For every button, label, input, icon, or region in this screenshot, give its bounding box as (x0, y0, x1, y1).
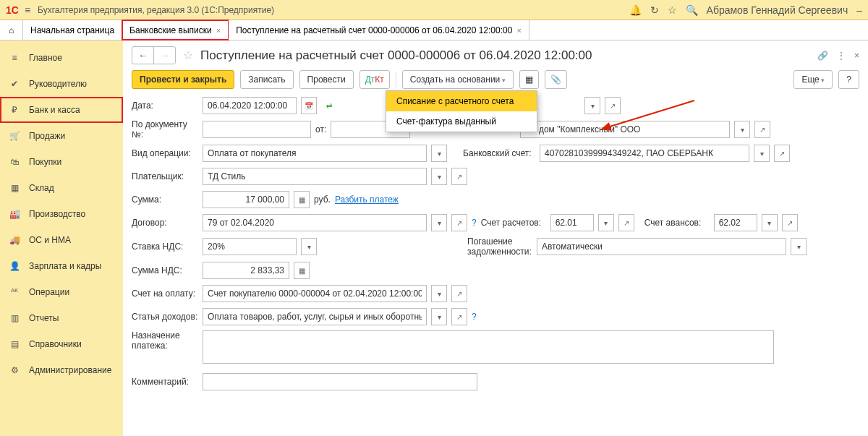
sidebar-item-reports[interactable]: ▥Отчеты (0, 305, 123, 331)
dropdown-icon[interactable]: ▾ (734, 121, 750, 138)
docno-field[interactable] (203, 121, 311, 138)
open-icon[interactable]: ↗ (451, 168, 467, 185)
dtkt-button[interactable]: ДтКт (359, 70, 390, 89)
favorite-icon[interactable]: ☆ (183, 48, 193, 62)
post-close-button[interactable]: Провести и закрыть (132, 70, 234, 89)
op-field[interactable] (203, 145, 427, 162)
menu-icon[interactable]: ≡ (25, 4, 30, 16)
help-button[interactable]: ? (838, 70, 859, 89)
vatrate-field[interactable] (203, 238, 297, 255)
exchange-icon[interactable]: ⇄ (321, 97, 337, 114)
open-icon[interactable]: ↗ (774, 145, 790, 162)
dropdown-icon[interactable]: ▾ (791, 238, 807, 255)
dropdown-icon[interactable]: ▾ (301, 238, 317, 255)
payer-field[interactable] (203, 168, 427, 185)
dropdown-icon[interactable]: ▾ (754, 145, 770, 162)
help-icon[interactable]: ? (472, 218, 477, 228)
search-icon[interactable]: 🔍 (686, 4, 698, 16)
income-field[interactable] (203, 308, 427, 325)
help-icon[interactable]: ? (472, 312, 477, 322)
attach-icon[interactable]: 📎 (545, 70, 567, 89)
link-icon[interactable]: 🔗 (817, 51, 828, 61)
sum-field[interactable] (203, 191, 289, 208)
sidebar-item-manager[interactable]: ✔Руководителю (0, 71, 123, 97)
person-icon: 👤 (9, 261, 20, 271)
bell-icon[interactable]: 🔔 (629, 4, 642, 16)
forward-button[interactable]: → (154, 47, 175, 64)
dd-item-writeoff[interactable]: Списание с расчетного счета (386, 91, 537, 111)
create-based-button[interactable]: Создать на основании (402, 70, 514, 89)
star-icon[interactable]: ☆ (668, 4, 677, 16)
tab-home[interactable]: Начальная страница (23, 20, 122, 40)
dropdown-icon[interactable]: ▾ (431, 214, 447, 231)
close-icon[interactable]: × (516, 26, 521, 35)
tab-receipt[interactable]: Поступление на расчетный счет 0000-00000… (229, 20, 529, 40)
kebab-icon[interactable]: ⋮ (837, 51, 846, 61)
dropdown-icon[interactable]: ▾ (598, 214, 614, 231)
tab-home-label: Начальная страница (30, 25, 114, 35)
dropdown-icon[interactable]: ▾ (584, 97, 600, 114)
calendar-icon[interactable]: 📅 (301, 97, 317, 114)
gear-icon: ⚙ (9, 365, 20, 375)
home-icon[interactable]: ⌂ (0, 20, 23, 40)
bank-field[interactable] (540, 145, 749, 162)
sidebar-item-bank[interactable]: ₽Банк и касса (0, 97, 123, 123)
label-adv: Счет авансов: (644, 218, 710, 228)
close-icon[interactable]: × (854, 51, 859, 61)
dropdown-icon[interactable]: ▾ (431, 168, 447, 185)
dropdown-icon[interactable]: ▾ (762, 214, 778, 231)
dd-item-invoice-out[interactable]: Счет-фактура выданный (386, 111, 537, 132)
sidebar-item-refs[interactable]: ▤Справочники (0, 331, 123, 357)
label-date: Дата: (132, 101, 198, 111)
open-icon[interactable]: ↗ (451, 285, 467, 302)
contract-field[interactable] (203, 214, 427, 231)
open-icon[interactable]: ↗ (451, 308, 467, 325)
book-icon: ▤ (9, 339, 20, 349)
history-icon[interactable]: ↻ (650, 4, 659, 16)
tab-bank-statements[interactable]: Банковские выписки × (122, 20, 229, 40)
acct-field[interactable] (550, 214, 594, 231)
open-icon[interactable]: ↗ (754, 121, 770, 138)
sidebar-item-hr[interactable]: 👤Зарплата и кадры (0, 253, 123, 279)
main-area: ← → ☆ Поступление на расчетный счет 0000… (123, 40, 868, 436)
sidebar-item-sales[interactable]: 🛒Продажи (0, 123, 123, 149)
tab-bank-label: Банковские выписки (129, 25, 212, 35)
sidebar-item-operations[interactable]: ᴬᴷОперации (0, 279, 123, 305)
adv-field[interactable] (714, 214, 757, 231)
open-icon[interactable]: ↗ (618, 214, 634, 231)
dropdown-icon[interactable]: ▾ (431, 285, 447, 302)
post-button[interactable]: Провести (299, 70, 354, 89)
sidebar-item-admin[interactable]: ⚙Администрирование (0, 357, 123, 383)
truck-icon: 🚚 (9, 235, 20, 245)
invoice-field[interactable] (203, 285, 427, 302)
purpose-field[interactable] (203, 330, 774, 364)
user-name[interactable]: Абрамов Геннадий Сергеевич (707, 4, 848, 16)
back-button[interactable]: ← (132, 47, 154, 64)
open-icon[interactable]: ↗ (451, 214, 467, 231)
minimize-icon[interactable]: – (856, 4, 862, 16)
open-icon[interactable]: ↗ (782, 214, 798, 231)
sidebar-item-main[interactable]: ≡Главное (0, 45, 123, 71)
dropdown-icon[interactable]: ▾ (431, 308, 447, 325)
vatsum-field[interactable] (203, 262, 289, 279)
sidebar-item-purchases[interactable]: 🛍Покупки (0, 149, 123, 175)
save-button[interactable]: Записать (240, 70, 293, 89)
close-icon[interactable]: × (216, 26, 221, 35)
sidebar-item-production[interactable]: 🏭Производство (0, 201, 123, 227)
debt-field[interactable] (537, 238, 786, 255)
structure-icon[interactable]: ▦ (519, 70, 539, 89)
label-from: от: (315, 124, 326, 134)
comment-field[interactable] (203, 373, 477, 390)
sidebar-item-assets[interactable]: 🚚ОС и НМА (0, 227, 123, 253)
date-field[interactable] (203, 97, 297, 114)
calc-icon[interactable]: ▦ (294, 262, 310, 279)
calc-icon[interactable]: ▦ (294, 191, 310, 208)
more-button[interactable]: Еще (793, 70, 833, 89)
sidebar: ≡Главное ✔Руководителю ₽Банк и касса 🛒Пр… (0, 40, 123, 436)
label-contract: Договор: (132, 218, 198, 228)
sidebar-item-warehouse[interactable]: ▦Склад (0, 175, 123, 201)
annotation-arrow (600, 97, 702, 133)
split-link[interactable]: Разбить платеж (335, 195, 399, 205)
label-op: Вид операции: (132, 148, 198, 158)
dropdown-icon[interactable]: ▾ (431, 145, 447, 162)
